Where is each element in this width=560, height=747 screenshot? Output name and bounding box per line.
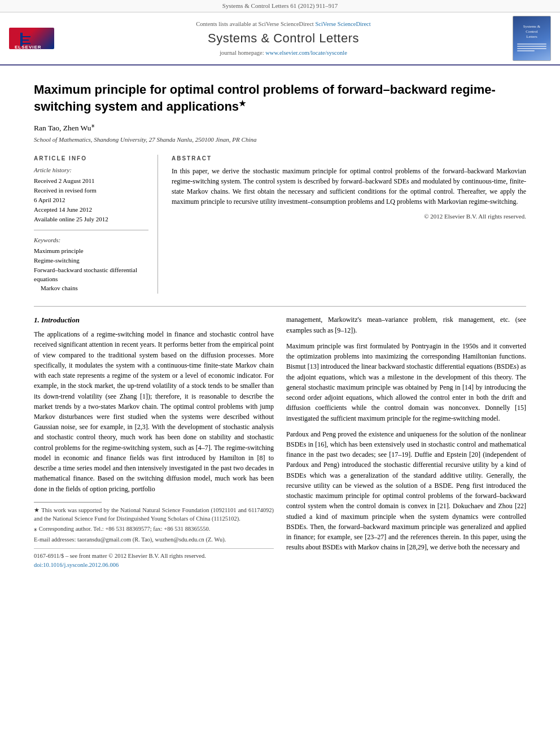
elsevier-logo-svg: ELSEVIER bbox=[14, 28, 50, 49]
title-star: ★ bbox=[239, 99, 246, 108]
journal-header: ELSEVIER Contents lists available at Sci… bbox=[0, 12, 560, 65]
svg-point-1 bbox=[14, 33, 19, 38]
cover-decoration bbox=[517, 42, 546, 53]
received-revised-label: Received in revised form bbox=[34, 186, 148, 195]
section-divider bbox=[34, 306, 526, 307]
keyword-4: Markov chains bbox=[34, 284, 148, 293]
footnote-corr-author: ⁎ Corresponding author. Tel.: +86 531 88… bbox=[34, 525, 274, 533]
doi-link[interactable]: doi:10.1016/j.sysconle.2012.06.006 bbox=[34, 562, 119, 568]
article-title: Maximum principle for optimal control pr… bbox=[34, 81, 526, 115]
footnote-divider bbox=[34, 502, 102, 503]
copyright-text: © 2012 Elsevier B.V. All rights reserved… bbox=[172, 212, 526, 221]
journal-title-block: Contents lists available at SciVerse Sci… bbox=[54, 20, 513, 57]
footnote-email: E-mail addresses: taoransdu@gmail.com (R… bbox=[34, 535, 274, 544]
journal-reference: Systems & Control Letters 61 (2012) 911–… bbox=[0, 0, 560, 12]
body-para-2: management, Markowitz's mean–variance pr… bbox=[286, 314, 526, 335]
footnote-star: ★ This work was supported by the Nationa… bbox=[34, 506, 274, 523]
sciverse-link[interactable]: SciVerse ScienceDirect bbox=[315, 21, 370, 27]
section1-heading: 1. Introduction bbox=[34, 314, 274, 326]
keyword-3: Forward–backward stochastic differential… bbox=[34, 266, 148, 284]
body-col-right: management, Markowitz's mean–variance pr… bbox=[286, 314, 526, 569]
body-para-3: Maximum principle was first formulated b… bbox=[286, 341, 526, 423]
authors: Ran Tao, Zhen Wu⁎ bbox=[34, 121, 526, 133]
journal-name: Systems & Control Letters bbox=[54, 29, 513, 47]
svg-rect-5 bbox=[20, 43, 30, 44]
svg-text:ELSEVIER: ELSEVIER bbox=[15, 45, 42, 49]
svg-rect-4 bbox=[20, 40, 29, 41]
svg-rect-3 bbox=[20, 36, 30, 37]
homepage-link[interactable]: www.elsevier.com/locate/sysconle bbox=[265, 50, 347, 56]
body-para-1: The applications of a regime-switching m… bbox=[34, 329, 274, 494]
article-info-col: article info Article history: Received 2… bbox=[34, 155, 158, 294]
body-section: 1. Introduction The applications of a re… bbox=[34, 314, 526, 569]
sciverse-text: Contents lists available at SciVerse Sci… bbox=[54, 20, 513, 28]
available-date: Available online 25 July 2012 bbox=[34, 215, 148, 224]
author-star: ⁎ bbox=[91, 121, 95, 128]
journal-cover: Systems &ControlLetters bbox=[513, 16, 551, 61]
journal-homepage: journal homepage: www.elsevier.com/locat… bbox=[54, 49, 513, 57]
doi-bar: 0167-6911/$ – see front matter © 2012 El… bbox=[34, 548, 274, 570]
article-info-label: article info bbox=[34, 155, 148, 163]
elsevier-logo: ELSEVIER bbox=[9, 28, 54, 49]
issn-text: 0167-6911/$ – see front matter © 2012 El… bbox=[34, 553, 206, 559]
abstract-label: abstract bbox=[172, 155, 526, 163]
keywords-label: Keywords: bbox=[34, 236, 148, 245]
cover-title-text: Systems &ControlLetters bbox=[523, 24, 541, 40]
info-abstract-section: article info Article history: Received 2… bbox=[34, 155, 526, 294]
accepted-date: Accepted 14 June 2012 bbox=[34, 206, 148, 215]
revised-date: 6 April 2012 bbox=[34, 196, 148, 205]
keyword-2: Regime-switching bbox=[34, 256, 148, 265]
body-para-4: Pardoux and Peng proved the existence an… bbox=[286, 429, 526, 553]
affiliation: School of Mathematics, Shandong Universi… bbox=[34, 136, 526, 145]
received-date: Received 2 August 2011 bbox=[34, 177, 148, 186]
keyword-1: Maximum principle bbox=[34, 247, 148, 256]
body-col-left: 1. Introduction The applications of a re… bbox=[34, 314, 274, 569]
main-content: Maximum principle for optimal control pr… bbox=[0, 65, 560, 586]
abstract-col: abstract In this paper, we derive the st… bbox=[172, 155, 526, 294]
history-label: Article history: bbox=[34, 166, 148, 175]
abstract-text: In this paper, we derive the stochastic … bbox=[172, 166, 526, 207]
info-divider bbox=[34, 230, 148, 230]
